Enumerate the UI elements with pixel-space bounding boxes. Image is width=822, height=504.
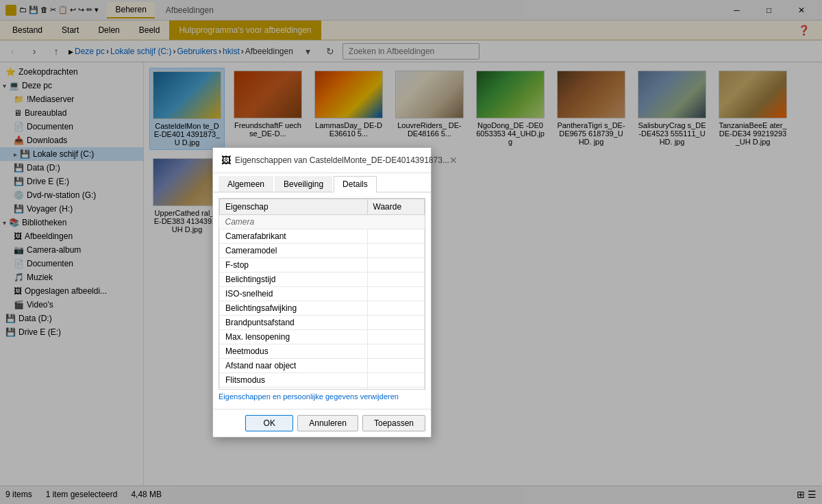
dialog-tab-beveiliging[interactable]: Beveiliging (275, 176, 332, 192)
table-row[interactable]: Belichtingsafwijking (220, 301, 425, 316)
prop-afstand: Afstand naar object (220, 359, 368, 373)
dialog-close-button[interactable]: ✕ (449, 153, 458, 167)
dialog-tab-details[interactable]: Details (334, 176, 377, 192)
properties-table: Eigenschap Waarde Camera Camerafabrikant… (219, 199, 425, 390)
prop-max-lensopening: Max. lensopening (220, 330, 368, 344)
table-row[interactable]: Camerafabrikant (220, 229, 425, 244)
remove-properties-link[interactable]: Eigenschappen en persoonlijke gegevens v… (219, 390, 425, 403)
table-row[interactable]: Belichtingstijd (220, 273, 425, 287)
col-header-eigenschap: Eigenschap (220, 199, 368, 215)
prop-camerafabrikant: Camerafabrikant (220, 229, 368, 244)
table-row[interactable]: F-stop (220, 258, 425, 273)
section-camera: Camera (220, 215, 425, 229)
prop-brandpuntsafstand: Brandpuntsafstand (220, 316, 368, 330)
dialog-overlay: 🖼 Eigenschappen van CasteldelMonte_DE-DE… (0, 0, 822, 504)
dialog-title: Eigenschappen van CasteldelMonte_DE-DE40… (235, 155, 449, 165)
dialog-tabs: Algemeen Beveiliging Details (213, 173, 431, 192)
prop-belichtingsafwijking: Belichtingsafwijking (220, 301, 368, 316)
prop-belichtingstijd: Belichtingstijd (220, 273, 368, 287)
dialog-icon: 🖼 (221, 155, 231, 166)
dialog-ok-button[interactable]: OK (245, 415, 293, 431)
dialog-annuleren-button[interactable]: Annuleren (297, 415, 358, 431)
prop-cameramodel: Cameramodel (220, 244, 368, 258)
prop-flitsmodus: Flitsmodus (220, 373, 368, 388)
table-row[interactable]: Brandpuntsafstand (220, 316, 425, 330)
dialog-toepassen-button[interactable]: Toepassen (362, 415, 425, 431)
table-row[interactable]: Max. lensopening (220, 330, 425, 344)
table-row[interactable]: Cameramodel (220, 244, 425, 258)
table-row[interactable]: Flitsmodus (220, 373, 425, 388)
table-row[interactable]: Meetmodus (220, 344, 425, 359)
dialog-title-bar: 🖼 Eigenschappen van CasteldelMonte_DE-DE… (213, 148, 431, 173)
table-row[interactable]: Afstand naar object (220, 359, 425, 373)
table-row[interactable]: ISO-snelheid (220, 287, 425, 301)
prop-f-stop: F-stop (220, 258, 368, 273)
col-header-waarde: Waarde (367, 199, 424, 215)
dialog-content: Eigenschap Waarde Camera Camerafabrikant… (213, 192, 431, 409)
section-camera-label: Camera (220, 215, 425, 229)
properties-dialog: 🖼 Eigenschappen van CasteldelMonte_DE-DE… (212, 147, 432, 438)
prop-meetmodus: Meetmodus (220, 344, 368, 359)
properties-table-container[interactable]: Eigenschap Waarde Camera Camerafabrikant… (219, 198, 425, 390)
prop-iso: ISO-snelheid (220, 287, 368, 301)
dialog-tab-algemeen[interactable]: Algemeen (219, 176, 273, 192)
dialog-footer: OK Annuleren Toepassen (213, 409, 431, 437)
